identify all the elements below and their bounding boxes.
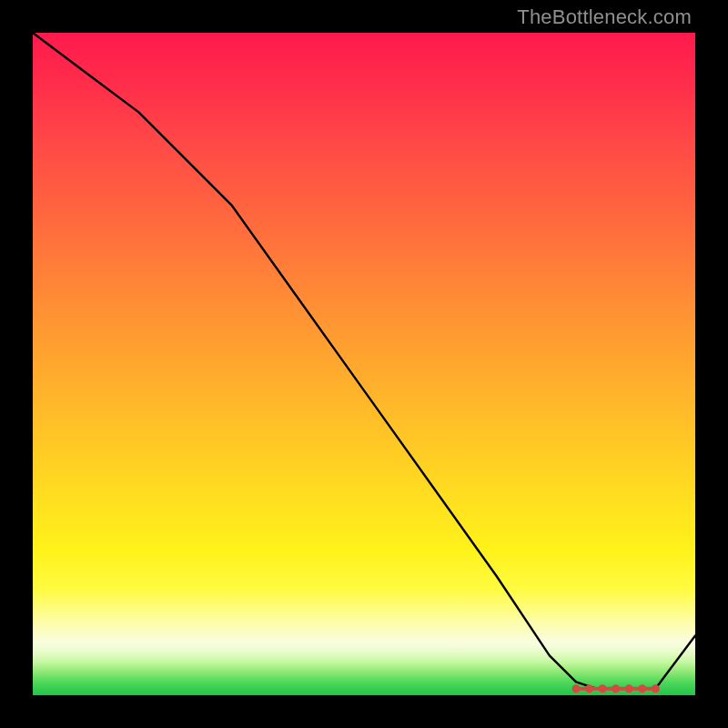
svg-point-5 [625,684,633,693]
svg-point-6 [638,684,646,693]
svg-point-3 [599,684,607,693]
chart-stage: TheBottleneck.com [0,0,728,728]
svg-point-1 [572,684,581,693]
svg-point-7 [652,684,660,693]
chart-overlay [33,33,695,695]
watermark-text: TheBottleneck.com [517,5,692,29]
svg-point-4 [612,684,620,693]
bottleneck-curve [33,33,695,689]
svg-point-2 [585,684,593,693]
